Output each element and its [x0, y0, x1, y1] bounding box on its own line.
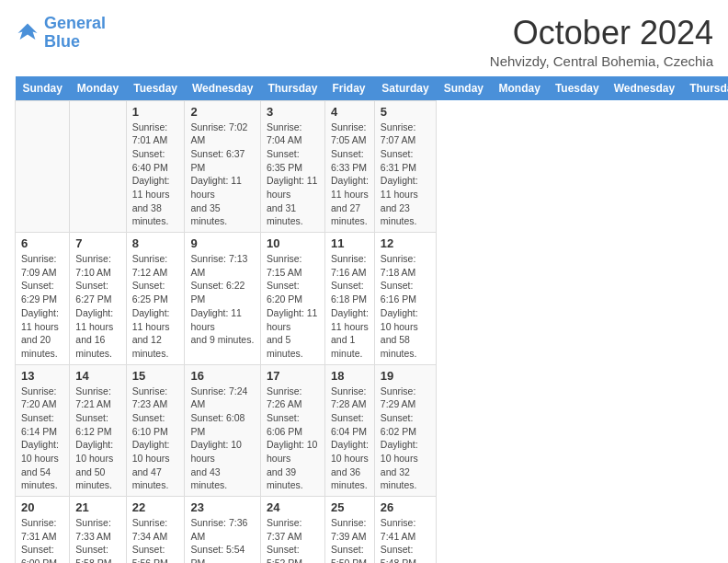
- day-number: 20: [21, 500, 63, 514]
- header-day-wednesday: Wednesday: [607, 76, 682, 101]
- calendar-cell: 4Sunrise: 7:05 AM Sunset: 6:33 PM Daylig…: [324, 100, 374, 233]
- calendar-cell: 10Sunrise: 7:15 AM Sunset: 6:20 PM Dayli…: [260, 233, 324, 365]
- week-row-1: 1Sunrise: 7:01 AM Sunset: 6:40 PM Daylig…: [16, 100, 729, 233]
- month-title: October 2024: [490, 15, 713, 52]
- calendar-table: SundayMondayTuesdayWednesdayThursdayFrid…: [15, 76, 728, 563]
- day-number: 19: [381, 369, 430, 383]
- day-info: Sunrise: 7:34 AM Sunset: 5:56 PM Dayligh…: [132, 516, 179, 563]
- calendar-cell: 17Sunrise: 7:26 AM Sunset: 6:06 PM Dayli…: [260, 364, 324, 497]
- day-number: 25: [331, 500, 369, 514]
- header-day-thursday: Thursday: [260, 76, 324, 101]
- day-info: Sunrise: 7:28 AM Sunset: 6:04 PM Dayligh…: [331, 385, 369, 493]
- calendar-cell: 9Sunrise: 7:13 AM Sunset: 6:22 PM Daylig…: [185, 233, 260, 365]
- calendar-cell: 21Sunrise: 7:33 AM Sunset: 5:58 PM Dayli…: [70, 497, 126, 563]
- day-number: 4: [331, 105, 369, 119]
- day-info: Sunrise: 7:26 AM Sunset: 6:06 PM Dayligh…: [267, 385, 319, 493]
- header-day-thursday: Thursday: [682, 76, 728, 101]
- logo: General Blue: [15, 15, 106, 52]
- calendar-cell: 1Sunrise: 7:01 AM Sunset: 6:40 PM Daylig…: [126, 100, 185, 233]
- header-day-friday: Friday: [324, 76, 374, 101]
- calendar-cell: 7Sunrise: 7:10 AM Sunset: 6:27 PM Daylig…: [70, 233, 126, 365]
- calendar-cell: 22Sunrise: 7:34 AM Sunset: 5:56 PM Dayli…: [126, 497, 185, 563]
- calendar-cell: [70, 100, 126, 233]
- day-number: 7: [75, 236, 119, 250]
- day-number: 12: [381, 236, 430, 250]
- day-info: Sunrise: 7:31 AM Sunset: 6:00 PM Dayligh…: [21, 516, 63, 563]
- day-number: 11: [331, 236, 369, 250]
- day-info: Sunrise: 7:29 AM Sunset: 6:02 PM Dayligh…: [381, 385, 430, 493]
- day-info: Sunrise: 7:37 AM Sunset: 5:52 PM Dayligh…: [267, 516, 319, 563]
- calendar-cell: 3Sunrise: 7:04 AM Sunset: 6:35 PM Daylig…: [260, 100, 324, 233]
- calendar-cell: 8Sunrise: 7:12 AM Sunset: 6:25 PM Daylig…: [126, 233, 185, 365]
- day-info: Sunrise: 7:41 AM Sunset: 5:48 PM Dayligh…: [381, 516, 430, 563]
- day-info: Sunrise: 7:24 AM Sunset: 6:08 PM Dayligh…: [190, 385, 254, 493]
- day-info: Sunrise: 7:33 AM Sunset: 5:58 PM Dayligh…: [75, 516, 119, 563]
- day-number: 16: [190, 369, 254, 383]
- calendar-cell: [16, 100, 70, 233]
- day-info: Sunrise: 7:10 AM Sunset: 6:27 PM Dayligh…: [75, 252, 119, 361]
- day-number: 26: [381, 500, 430, 514]
- calendar-cell: 2Sunrise: 7:02 AM Sunset: 6:37 PM Daylig…: [185, 100, 260, 233]
- calendar-cell: 19Sunrise: 7:29 AM Sunset: 6:02 PM Dayli…: [374, 364, 436, 497]
- day-number: 3: [267, 105, 319, 119]
- calendar-cell: 16Sunrise: 7:24 AM Sunset: 6:08 PM Dayli…: [185, 364, 260, 497]
- day-number: 24: [267, 500, 319, 514]
- day-number: 17: [267, 369, 319, 383]
- week-row-4: 20Sunrise: 7:31 AM Sunset: 6:00 PM Dayli…: [16, 497, 729, 563]
- header-day-tuesday: Tuesday: [548, 76, 607, 101]
- logo-icon: [15, 20, 40, 46]
- calendar-cell: 13Sunrise: 7:20 AM Sunset: 6:14 PM Dayli…: [16, 364, 70, 497]
- week-row-3: 13Sunrise: 7:20 AM Sunset: 6:14 PM Dayli…: [16, 364, 729, 497]
- day-number: 23: [190, 500, 254, 514]
- location: Nehvizdy, Central Bohemia, Czechia: [490, 53, 713, 69]
- day-number: 9: [190, 236, 254, 250]
- day-info: Sunrise: 7:23 AM Sunset: 6:10 PM Dayligh…: [132, 385, 179, 493]
- day-info: Sunrise: 7:02 AM Sunset: 6:37 PM Dayligh…: [190, 121, 254, 229]
- calendar-cell: 25Sunrise: 7:39 AM Sunset: 5:50 PM Dayli…: [324, 497, 374, 563]
- page-header: General Blue October 2024 Nehvizdy, Cent…: [15, 15, 713, 69]
- day-info: Sunrise: 7:39 AM Sunset: 5:50 PM Dayligh…: [331, 516, 369, 563]
- day-info: Sunrise: 7:20 AM Sunset: 6:14 PM Dayligh…: [21, 385, 63, 493]
- calendar-cell: 23Sunrise: 7:36 AM Sunset: 5:54 PM Dayli…: [185, 497, 260, 563]
- day-number: 1: [132, 105, 179, 119]
- day-number: 13: [21, 369, 63, 383]
- day-info: Sunrise: 7:21 AM Sunset: 6:12 PM Dayligh…: [75, 385, 119, 493]
- header-day-tuesday: Tuesday: [126, 76, 185, 101]
- day-number: 5: [381, 105, 430, 119]
- day-info: Sunrise: 7:04 AM Sunset: 6:35 PM Dayligh…: [267, 121, 319, 229]
- header-day-sunday: Sunday: [16, 76, 70, 101]
- calendar-cell: 24Sunrise: 7:37 AM Sunset: 5:52 PM Dayli…: [260, 497, 324, 563]
- header-day-monday: Monday: [70, 76, 126, 101]
- day-number: 18: [331, 369, 369, 383]
- calendar-cell: 18Sunrise: 7:28 AM Sunset: 6:04 PM Dayli…: [324, 364, 374, 497]
- calendar-cell: 26Sunrise: 7:41 AM Sunset: 5:48 PM Dayli…: [374, 497, 436, 563]
- title-block: October 2024 Nehvizdy, Central Bohemia, …: [490, 15, 713, 69]
- day-info: Sunrise: 7:09 AM Sunset: 6:29 PM Dayligh…: [21, 252, 63, 361]
- day-number: 10: [267, 236, 319, 250]
- logo-text: General Blue: [44, 15, 106, 52]
- day-number: 15: [132, 369, 179, 383]
- header-day-saturday: Saturday: [374, 76, 436, 101]
- day-number: 2: [190, 105, 254, 119]
- calendar-cell: 20Sunrise: 7:31 AM Sunset: 6:00 PM Dayli…: [16, 497, 70, 563]
- calendar-cell: 12Sunrise: 7:18 AM Sunset: 6:16 PM Dayli…: [374, 233, 436, 365]
- header-day-monday: Monday: [492, 76, 548, 101]
- day-info: Sunrise: 7:12 AM Sunset: 6:25 PM Dayligh…: [132, 252, 179, 361]
- calendar-cell: 11Sunrise: 7:16 AM Sunset: 6:18 PM Dayli…: [324, 233, 374, 365]
- day-info: Sunrise: 7:01 AM Sunset: 6:40 PM Dayligh…: [132, 121, 179, 229]
- day-info: Sunrise: 7:18 AM Sunset: 6:16 PM Dayligh…: [381, 252, 430, 361]
- day-info: Sunrise: 7:36 AM Sunset: 5:54 PM Dayligh…: [190, 516, 254, 563]
- header-row: SundayMondayTuesdayWednesdayThursdayFrid…: [16, 76, 729, 101]
- calendar-cell: 15Sunrise: 7:23 AM Sunset: 6:10 PM Dayli…: [126, 364, 185, 497]
- week-row-2: 6Sunrise: 7:09 AM Sunset: 6:29 PM Daylig…: [16, 233, 729, 365]
- day-number: 22: [132, 500, 179, 514]
- svg-marker-0: [18, 23, 38, 40]
- day-info: Sunrise: 7:15 AM Sunset: 6:20 PM Dayligh…: [267, 252, 319, 361]
- day-number: 6: [21, 236, 63, 250]
- calendar-cell: 5Sunrise: 7:07 AM Sunset: 6:31 PM Daylig…: [374, 100, 436, 233]
- day-info: Sunrise: 7:13 AM Sunset: 6:22 PM Dayligh…: [190, 252, 254, 347]
- day-number: 14: [75, 369, 119, 383]
- header-day-wednesday: Wednesday: [185, 76, 260, 101]
- calendar-cell: 6Sunrise: 7:09 AM Sunset: 6:29 PM Daylig…: [16, 233, 70, 365]
- day-info: Sunrise: 7:07 AM Sunset: 6:31 PM Dayligh…: [381, 121, 430, 229]
